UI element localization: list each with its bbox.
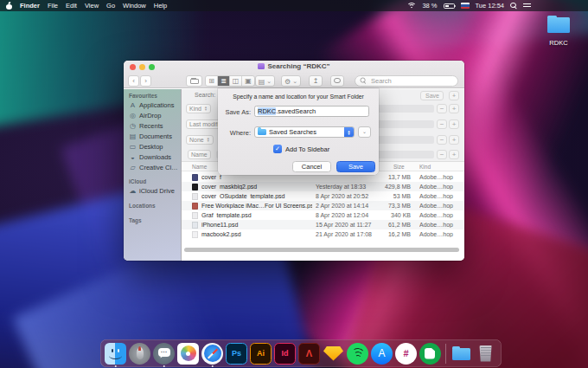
column-size[interactable]: Size [393, 164, 405, 170]
menu-file[interactable]: File [48, 2, 58, 10]
sidebar-item-creative-cloud[interactable]: ▱Creative Cl… [129, 164, 178, 171]
add-criterion-button[interactable]: + [449, 104, 459, 113]
wifi-icon[interactable] [406, 3, 416, 10]
cancel-button[interactable]: Cancel [292, 161, 331, 172]
menu-go[interactable]: Go [106, 2, 115, 10]
dock-finder-icon[interactable] [105, 343, 126, 365]
sidebar-item-airdrop[interactable]: ◎AirDrop [129, 112, 161, 119]
sidebar-header-tags[interactable]: Tags [129, 217, 142, 223]
window-chrome: Searching “RDKC” ‹ › ⊞ ≣ ◫ ▣ ▤ ⚙ ↥ [124, 61, 464, 88]
table-row[interactable]: Graf_template.psd 8 Apr 2020 at 12:04 34… [182, 210, 464, 220]
horizontal-scrollbar[interactable] [184, 248, 459, 252]
remove-criterion-button[interactable]: − [437, 150, 447, 159]
save-button[interactable]: Save [336, 161, 375, 172]
tag-icon [334, 78, 341, 83]
menu-help[interactable]: Help [154, 2, 167, 10]
group-button[interactable]: ▤ [255, 75, 275, 87]
notification-center-icon[interactable] [523, 3, 531, 9]
where-popup[interactable]: Saved Searches ▲▼ [254, 126, 355, 138]
new-folder-button[interactable] [186, 75, 202, 87]
remove-criterion-button[interactable]: − [437, 119, 447, 129]
criteria-none-popup[interactable]: None▲▼ [186, 135, 214, 145]
sidebar-item-downloads[interactable]: ◒Downloads [129, 153, 171, 161]
dock-messages-icon[interactable]: … [153, 343, 175, 365]
toolbar: ‹ › ⊞ ≣ ◫ ▣ ▤ ⚙ ↥ [124, 73, 464, 88]
input-language-flag-icon[interactable] [461, 3, 470, 9]
sidebar-item-documents[interactable]: ▤Documents [129, 132, 172, 140]
search-input[interactable] [369, 76, 447, 86]
save-as-field[interactable]: RDKC.savedSearch [254, 106, 369, 117]
file-kind: Adobe…hop [419, 231, 464, 237]
table-row[interactable]: macbook2.psd 21 Apr 2020 at 17:08 16,2 M… [182, 229, 464, 239]
add-to-sidebar-checkbox[interactable]: ✓ [273, 145, 282, 153]
add-criterion-button[interactable]: + [449, 150, 459, 159]
file-kind: Adobe…hop [419, 174, 464, 180]
gallery-view-button[interactable]: ▣ [242, 76, 254, 86]
file-thumbnail-icon [192, 203, 198, 210]
menu-bar-clock[interactable]: Tue 12:54 [476, 2, 505, 10]
dock-photoshop-icon[interactable]: Ps [226, 343, 247, 365]
table-row[interactable]: cover_maskbig2.psd Yesterday at 18:33 42… [182, 182, 464, 191]
file-thumbnail-icon [192, 193, 198, 200]
toolbar-search-field[interactable] [355, 75, 458, 87]
desktop-folder-rdkc[interactable]: RDKC [543, 17, 574, 47]
dock-photos-icon[interactable] [177, 343, 199, 365]
search-icon [361, 78, 367, 84]
selected-text: RDKC [258, 107, 276, 115]
sidebar-header-locations[interactable]: Locations [129, 203, 156, 209]
add-criteria-button[interactable]: + [449, 91, 459, 100]
remove-criterion-button[interactable]: − [437, 104, 447, 113]
file-kind: Adobe…hop [419, 193, 464, 199]
sidebar-item-icloud-drive[interactable]: ☁iCloud Drive [129, 187, 175, 195]
table-row[interactable]: Free Workplace iMac…For UI Screens.psd 2… [182, 201, 464, 210]
action-gear-button[interactable]: ⚙ [281, 75, 301, 87]
running-indicator [163, 365, 165, 368]
share-button[interactable]: ↥ [309, 75, 323, 87]
dock-trash-icon[interactable] [475, 343, 496, 365]
apple-menu-icon[interactable] [6, 3, 12, 10]
back-button[interactable]: ‹ [128, 75, 139, 87]
folder-icon [190, 79, 199, 84]
dock-illustrator-icon[interactable]: Ai [250, 343, 272, 365]
table-row[interactable]: iPhone11.psd 15 Apr 2020 at 11:27 61,2 M… [182, 220, 464, 229]
criteria-name-popup[interactable]: Name [188, 150, 211, 159]
dock-sketch-icon[interactable] [323, 343, 344, 365]
dock-appstore-icon[interactable]: A [371, 343, 393, 365]
dock-acrobat-icon[interactable]: Λ [298, 343, 320, 365]
battery-percent: 38 % [422, 2, 437, 10]
dock-safari-icon[interactable] [201, 343, 223, 365]
menu-edit[interactable]: Edit [66, 2, 77, 10]
tags-button[interactable] [330, 75, 344, 87]
disclosure-button[interactable]: ⌄ [358, 126, 371, 138]
file-kind: Adobe…hop [419, 212, 464, 218]
airdrop-icon: ◎ [129, 112, 137, 119]
icon-view-button[interactable]: ⊞ [206, 76, 218, 86]
desktop-icon: ▭ [129, 143, 137, 151]
menu-window[interactable]: Window [123, 2, 146, 10]
save-search-button[interactable]: Save [420, 91, 444, 100]
add-criterion-button[interactable]: + [449, 135, 459, 145]
add-criterion-button[interactable]: + [449, 119, 459, 129]
spotlight-icon[interactable] [510, 3, 517, 10]
forward-button[interactable]: › [140, 75, 151, 87]
sidebar-item-recents[interactable]: ◷Recents [129, 122, 163, 130]
dock-slack-icon[interactable]: # [395, 343, 417, 365]
table-row[interactable]: cover_OSupdate_template.psd 8 Apr 2020 a… [182, 191, 464, 201]
criteria-kind-popup[interactable]: Kind▲▼ [186, 104, 211, 113]
column-view-button[interactable]: ◫ [230, 76, 242, 86]
menu-finder[interactable]: Finder [20, 2, 40, 10]
list-view-button[interactable]: ≣ [218, 76, 230, 86]
dock-indesign-icon[interactable]: Id [274, 343, 296, 365]
column-kind[interactable]: Kind [419, 164, 431, 170]
battery-icon[interactable] [444, 3, 455, 9]
sidebar-item-applications[interactable]: AApplications [129, 101, 174, 109]
dock-evernote-icon[interactable] [419, 343, 441, 365]
dock-launchpad-icon[interactable] [129, 343, 150, 365]
chevron-down-icon [265, 78, 272, 86]
remove-criterion-button[interactable]: − [437, 135, 447, 145]
column-name[interactable]: Name [192, 164, 207, 170]
sidebar-item-desktop[interactable]: ▭Desktop [129, 143, 163, 151]
menu-view[interactable]: View [85, 2, 99, 10]
dock-folder-icon[interactable] [451, 343, 472, 365]
dock-spotify-icon[interactable] [347, 343, 368, 365]
